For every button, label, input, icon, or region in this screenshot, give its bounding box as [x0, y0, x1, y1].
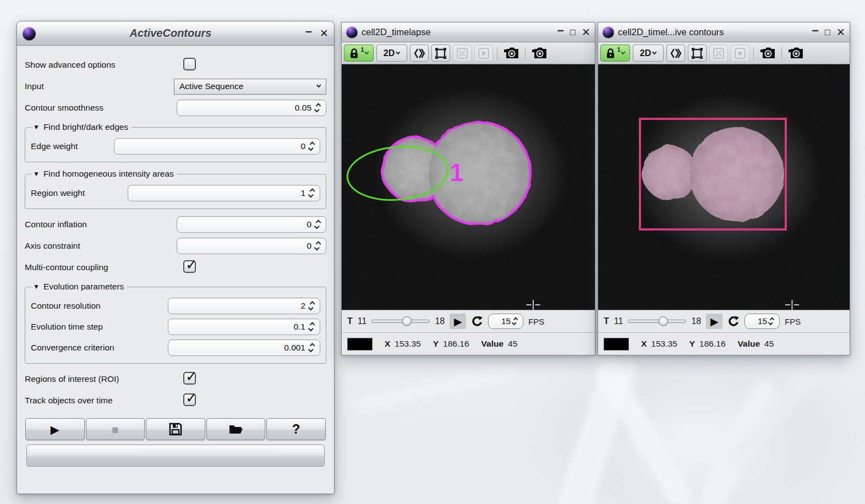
- spinner-arrows[interactable]: [315, 220, 323, 229]
- convergence-criterion-spinner[interactable]: 0.001: [168, 339, 320, 356]
- minimize-button[interactable]: –: [812, 24, 819, 36]
- spinner-arrows[interactable]: [309, 302, 317, 311]
- roi-checkbox[interactable]: ✓: [183, 372, 196, 385]
- spinner-arrows[interactable]: [309, 142, 317, 151]
- fps-spinner[interactable]: 15: [744, 314, 780, 329]
- dimension-select[interactable]: 2D: [376, 45, 407, 62]
- slider-thumb[interactable]: [659, 316, 668, 326]
- lock-icon: [349, 48, 359, 59]
- region-weight-spinner[interactable]: 1: [128, 185, 320, 201]
- spinner-arrows[interactable]: [769, 317, 777, 326]
- multi-contour-coupling-label: Multi-contour coupling: [25, 262, 108, 272]
- spinner-arrows[interactable]: [309, 322, 317, 332]
- edge-weight-spinner[interactable]: 0: [114, 138, 320, 155]
- spinner-arrows[interactable]: [315, 103, 323, 113]
- region-weight-row: Region weight 1: [31, 184, 320, 202]
- camera-icon: [760, 47, 775, 59]
- check-icon: ✓: [185, 368, 198, 385]
- evolution-time-step-row: Evolution time step 0.1: [31, 318, 320, 336]
- spinner-arrows[interactable]: [309, 343, 317, 353]
- timeline-bar: T 11 18 ▶ 15 FPS: [342, 310, 595, 333]
- screenshot-view-button[interactable]: [529, 45, 549, 62]
- viewer-titlebar[interactable]: cell2D_timelapse – □ ✕: [342, 23, 595, 42]
- chevrons-icon: [413, 47, 426, 59]
- convergence-criterion-label: Convergence criterion: [31, 343, 114, 353]
- show-advanced-checkbox[interactable]: [183, 58, 196, 70]
- maximize-button[interactable]: □: [570, 28, 576, 37]
- multi-contour-coupling-checkbox[interactable]: ✓: [183, 260, 196, 273]
- fullscreen-button[interactable]: [431, 45, 450, 62]
- input-select[interactable]: Active Sequence: [174, 79, 326, 95]
- fullscreen-icon: [691, 47, 704, 60]
- lut-button[interactable]: [666, 45, 685, 62]
- load-parameters-button[interactable]: [206, 418, 266, 440]
- minimize-button[interactable]: –: [305, 25, 312, 37]
- contour-resolution-spinner[interactable]: 2: [168, 298, 320, 314]
- slider-track[interactable]: [628, 320, 686, 323]
- dimension-select[interactable]: 2D: [633, 45, 664, 62]
- lut-button[interactable]: [410, 45, 429, 62]
- regions-group-title: Find homogeneous intensity areas: [43, 169, 174, 179]
- loop-button[interactable]: [471, 315, 483, 327]
- contour-inflation-spinner[interactable]: 0: [177, 216, 326, 233]
- stop-button[interactable]: ■: [86, 418, 145, 440]
- slider-track[interactable]: [371, 320, 430, 323]
- channel-lock-button[interactable]: 1: [344, 45, 374, 62]
- viewer-titlebar[interactable]: cell2D_timel...ive contours – □ ✕: [598, 23, 850, 42]
- pixel-color-swatch: [604, 338, 629, 350]
- spinner-arrows[interactable]: [309, 189, 317, 198]
- contour-id-label: 1: [450, 159, 464, 186]
- spinner-arrows[interactable]: [513, 317, 521, 326]
- spinner-value: 0: [182, 241, 315, 251]
- screenshot-view-button[interactable]: [786, 45, 806, 62]
- play-button[interactable]: ▶: [450, 314, 466, 329]
- help-icon: ?: [292, 423, 300, 436]
- camera-icon: [788, 47, 803, 59]
- center-view-button[interactable]: [474, 45, 493, 62]
- loop-button[interactable]: [727, 315, 740, 327]
- play-icon: ▶: [454, 315, 462, 328]
- spinner-arrows[interactable]: [315, 242, 323, 251]
- slider-thumb[interactable]: [402, 316, 412, 326]
- close-button[interactable]: ✕: [320, 28, 329, 39]
- fit-arrows-icon: [456, 47, 468, 59]
- fps-spinner[interactable]: 15: [488, 314, 523, 329]
- collapse-triangle-icon[interactable]: ▼: [33, 123, 40, 131]
- contour-smoothness-spinner[interactable]: 0.05: [177, 100, 326, 116]
- x-label: X: [385, 339, 390, 349]
- close-button[interactable]: ✕: [582, 27, 590, 37]
- input-row: Input Active Sequence: [25, 78, 326, 95]
- close-button[interactable]: ✕: [836, 27, 845, 37]
- pixel-status-bar: X 153.35 Y 186.16 Value 45: [342, 333, 595, 355]
- time-slider[interactable]: [371, 316, 430, 326]
- dialog-titlebar[interactable]: ActiveContours – ✕: [17, 21, 334, 46]
- maximize-button[interactable]: □: [825, 28, 830, 37]
- track-checkbox[interactable]: ✓: [183, 393, 196, 406]
- contour-smoothness-label: Contour smoothness: [25, 103, 103, 113]
- help-button[interactable]: ?: [266, 418, 326, 440]
- axis-constraint-spinner[interactable]: 0: [177, 238, 326, 254]
- play-button[interactable]: ▶: [706, 314, 722, 329]
- t-axis-label: T: [604, 316, 609, 326]
- minimize-button[interactable]: –: [557, 24, 564, 36]
- save-parameters-button[interactable]: [146, 418, 205, 440]
- center-view-button[interactable]: [731, 45, 749, 62]
- evolution-time-step-spinner[interactable]: 0.1: [168, 319, 320, 335]
- time-slider[interactable]: [628, 316, 686, 326]
- screenshot-button[interactable]: [501, 45, 521, 62]
- collapse-triangle-icon[interactable]: ▼: [33, 283, 40, 291]
- y-label: Y: [433, 339, 439, 349]
- spinner-value: 0: [182, 220, 315, 229]
- run-button[interactable]: ▶: [25, 418, 85, 440]
- spinner-value: 15: [492, 316, 513, 326]
- roi-label: Regions of interest (ROI): [25, 374, 119, 384]
- collapse-triangle-icon[interactable]: ▼: [33, 170, 40, 178]
- zoom-fit-button[interactable]: [709, 45, 728, 62]
- image-canvas-timelapse[interactable]: 1: [342, 64, 595, 310]
- screenshot-button[interactable]: [758, 45, 778, 62]
- zoom-fit-button[interactable]: [453, 45, 472, 62]
- channel-lock-button[interactable]: 1: [600, 45, 630, 62]
- image-canvas-contours[interactable]: [598, 64, 850, 310]
- t-max-value: 18: [691, 316, 701, 326]
- fullscreen-button[interactable]: [688, 45, 707, 62]
